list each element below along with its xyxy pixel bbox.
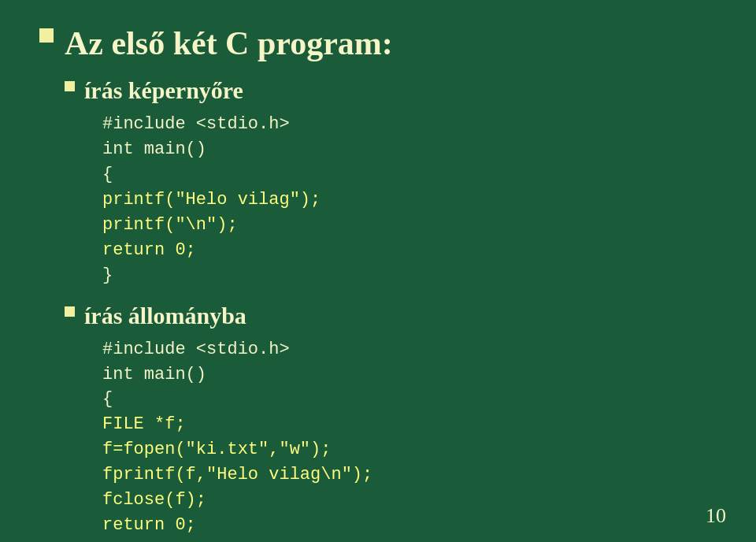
section1-code: #include <stdio.h> int main() { printf("… <box>102 112 717 288</box>
page-number: 10 <box>706 504 726 528</box>
code-line: fclose(f); <box>102 488 717 513</box>
slide-title: Az első két C program: <box>65 24 393 63</box>
code-line: int main() <box>102 362 717 388</box>
code-line: } <box>102 263 717 288</box>
slide-container: Az első két C program: írás képernyőre #… <box>0 0 756 542</box>
code-line: #include <stdio.h> <box>102 112 717 137</box>
code-line: fprintf(f,"Helo vilag\n"); <box>102 462 717 488</box>
code-line: printf("\n"); <box>102 213 717 238</box>
section1-header: írás képernyőre <box>65 77 717 104</box>
code-line: printf("Helo vilag"); <box>102 187 717 213</box>
code-line: return 0; <box>102 513 717 538</box>
section2-bullet <box>65 306 75 317</box>
code-line: #include <stdio.h> <box>102 337 717 362</box>
section1-label: írás képernyőre <box>84 77 243 104</box>
code-line: { <box>102 162 717 187</box>
title-bullet <box>39 28 54 43</box>
code-line: return 0; <box>102 238 717 263</box>
code-line: } <box>102 538 717 542</box>
section2-label: írás állományba <box>84 303 246 329</box>
code-line: f=fopen("ki.txt","w"); <box>102 437 717 462</box>
code-line: { <box>102 387 717 412</box>
section2-header: írás állományba <box>65 303 717 329</box>
code-line: FILE *f; <box>102 412 717 437</box>
section2-code: #include <stdio.h> int main() { FILE *f;… <box>102 337 717 542</box>
title-section: Az első két C program: <box>39 24 717 63</box>
code-line: int main() <box>102 137 717 162</box>
section1-bullet <box>65 81 75 91</box>
